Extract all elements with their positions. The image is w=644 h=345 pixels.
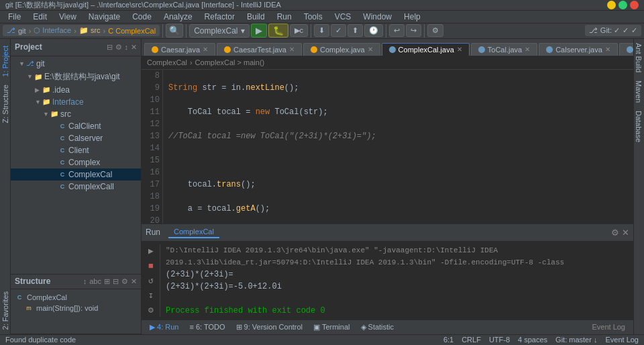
tree-idea-label: .idea (52, 85, 70, 95)
structure-settings-icon[interactable]: ⚙ (121, 277, 128, 286)
undo-button[interactable]: ↩ (389, 24, 405, 37)
sidebar-tab-project[interactable]: 1: Project (0, 42, 11, 81)
status-git[interactable]: Git: master ↓ (555, 336, 597, 344)
structure-close-icon[interactable]: ✕ (131, 277, 137, 286)
status-position[interactable]: 6:1 (443, 336, 453, 344)
structure-method-item[interactable]: m main(String[]): void (15, 303, 137, 313)
maximize-button[interactable] (619, 1, 627, 9)
tool-todo-button[interactable]: ≡ 6: TODO (185, 323, 229, 331)
structure-collapse-icon[interactable]: ⊟ (113, 277, 119, 286)
structure-class-item[interactable]: C ComplexCal (15, 292, 137, 303)
tool-run-button[interactable]: ▶ 4: Run (146, 323, 182, 332)
run-play-button[interactable]: ▶ (148, 246, 158, 258)
structure-sort-icon[interactable]: ↕ (83, 277, 87, 285)
settings-icon[interactable]: ⚙ (115, 43, 122, 52)
right-tab-maven[interactable]: Maven (634, 77, 644, 107)
tab-calclient[interactable]: CalClient.java ✕ (619, 43, 633, 56)
right-tab-ant[interactable]: Ant Build (634, 39, 644, 77)
menu-edit[interactable]: Edit (28, 11, 52, 23)
run-button[interactable]: ▶ (251, 23, 267, 38)
tree-item-idea[interactable]: ▶ 📁 .idea (11, 84, 141, 96)
right-tab-database[interactable]: Database (634, 107, 644, 146)
menu-vcs[interactable]: VCS (329, 11, 357, 23)
tree-item-path[interactable]: ▼ 📁 E:\数据结构与java\git (11, 70, 141, 84)
tab-complex[interactable]: Complex.java ✕ (303, 43, 380, 56)
git-status[interactable]: ⎇ Git: ✓ ✓ ✓ (585, 25, 641, 36)
close-button[interactable] (630, 1, 639, 9)
settings-button[interactable]: ⚙ (427, 24, 443, 37)
tree-item-git[interactable]: ▼ ⎇ git (11, 58, 141, 70)
status-eventlog[interactable]: Event Log (605, 336, 639, 344)
run-tab-complexcal[interactable]: ComplexCal (168, 226, 219, 238)
tree-item-calclient[interactable]: C CalClient (11, 120, 141, 132)
code-area[interactable]: 8 9 10 11 12 13 14 15 16 17 18 19 20 (142, 70, 633, 224)
tree-complex-label: Complex (68, 158, 100, 167)
run-filter-button[interactable]: ⚙ (148, 305, 158, 317)
run-config-selector[interactable]: ComplexCal ▾ (189, 24, 249, 38)
tab-caesartest[interactable]: CaesarTest.java ✕ (217, 43, 302, 56)
tree-item-src[interactable]: ▼ 📁 src (11, 108, 141, 120)
tab-calserver-close[interactable]: ✕ (605, 46, 610, 53)
close-panel-icon[interactable]: ✕ (131, 43, 137, 52)
menu-run[interactable]: Run (272, 11, 297, 23)
status-linesep[interactable]: CRLF (462, 336, 481, 344)
minimize-button[interactable] (607, 1, 616, 9)
tree-item-calserver[interactable]: C Calserver (11, 132, 141, 144)
client-file-icon: C (58, 146, 67, 155)
tool-statistic-button[interactable]: ◈ Statistic (357, 323, 398, 332)
tree-item-interface[interactable]: ▼ 📁 Interface (11, 96, 141, 108)
tool-vcs-button[interactable]: ⊞ 9: Version Control (232, 323, 307, 332)
breadcrumb: ComplexCal › ComplexCal > main() (142, 56, 633, 70)
tab-caesar-close[interactable]: ✕ (203, 46, 208, 53)
tab-caesartest-close[interactable]: ✕ (289, 46, 294, 53)
sidebar-tab-favorites[interactable]: 2: Favorites (0, 287, 11, 334)
run-stop-button[interactable]: ■ (148, 260, 158, 273)
menu-window[interactable]: Window (358, 11, 397, 23)
tab-calserver[interactable]: Calserver.java ✕ (539, 43, 618, 56)
structure-abc-icon[interactable]: abc (89, 277, 101, 285)
sidebar-tab-structure[interactable]: Z: Structure (0, 81, 11, 127)
tree-item-complexcall[interactable]: C ComplexCall (11, 181, 141, 193)
git-breadcrumb[interactable]: ⎇ git › ⬡ Interface › 📁 src › C ComplexC… (3, 25, 160, 36)
menu-refactor[interactable]: Refactor (199, 11, 240, 23)
tab-complexcal-close[interactable]: ✕ (457, 46, 462, 53)
tree-item-client[interactable]: C Client (11, 144, 141, 156)
menu-file[interactable]: File (3, 11, 26, 23)
menu-view[interactable]: View (54, 11, 82, 23)
event-log-label[interactable]: Event Log (588, 323, 629, 331)
run-settings-button[interactable]: ⚙ (611, 228, 619, 238)
menu-build[interactable]: Build (241, 11, 270, 23)
menu-navigate[interactable]: Navigate (83, 11, 125, 23)
run-close-button[interactable]: ✕ (622, 228, 629, 238)
tab-tocal[interactable]: ToCal.java ✕ (471, 43, 537, 56)
menu-help[interactable]: Help (398, 11, 426, 23)
status-indent[interactable]: 4 spaces (518, 336, 547, 344)
tab-caesar[interactable]: Caesar.java ✕ (144, 43, 215, 56)
menu-code[interactable]: Code (127, 11, 157, 23)
collapse-all-icon[interactable]: ⊟ (107, 43, 113, 52)
redo-button[interactable]: ↪ (406, 24, 421, 37)
debug-button[interactable]: 🐛 (268, 23, 288, 38)
menu-tools[interactable]: Tools (299, 11, 328, 23)
tree-item-complex[interactable]: C Complex (11, 156, 141, 168)
vcs-history-button[interactable]: 🕐 (364, 24, 383, 37)
search-everywhere-button[interactable]: 🔍 (166, 23, 183, 38)
run-scroll-button[interactable]: ↧ (148, 290, 158, 302)
vcs-update-button[interactable]: ⬇ (314, 24, 329, 37)
status-encoding[interactable]: UTF-8 (489, 336, 510, 344)
menu-analyze[interactable]: Analyze (158, 11, 198, 23)
tab-tocal-close[interactable]: ✕ (525, 46, 530, 53)
coverage-button[interactable]: ▶c (290, 24, 309, 37)
tree-item-complexcal[interactable]: C ComplexCal (11, 168, 141, 181)
expand-icon[interactable]: ↕ (125, 43, 129, 51)
tab-complexcal[interactable]: ComplexCal.java ✕ (382, 43, 470, 56)
code-content[interactable]: String str = in.nextLine(); ToCal tocal … (163, 70, 633, 224)
tab-tocal-label: ToCal.java (488, 46, 522, 54)
run-rerun-button[interactable]: ↺ (148, 275, 158, 287)
tab-complex-close[interactable]: ✕ (368, 46, 373, 53)
vcs-push-button[interactable]: ⬆ (347, 24, 363, 37)
code-editor[interactable]: ComplexCal › ComplexCal > main() 8 9 10 … (142, 56, 633, 224)
tool-terminal-button[interactable]: ▣ Terminal (309, 323, 354, 332)
vcs-commit-button[interactable]: ✓ (331, 24, 346, 37)
structure-expand-icon[interactable]: ⊞ (104, 277, 110, 286)
